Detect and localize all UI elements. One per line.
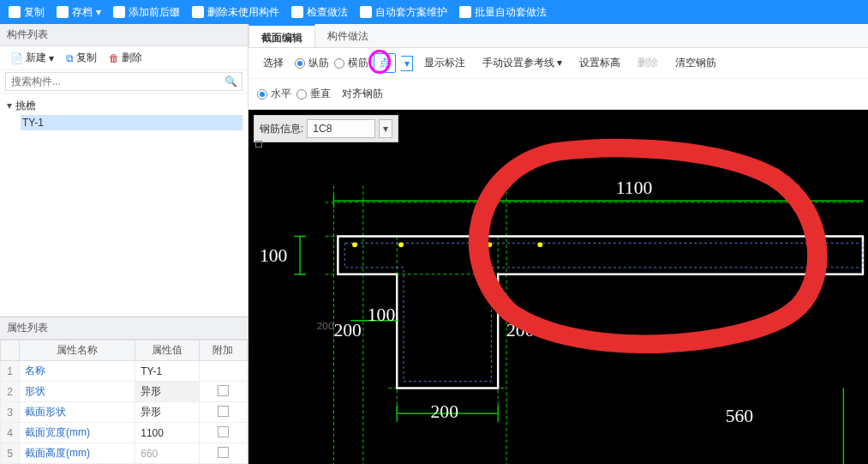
table-row[interactable]: 3 截面形状 异形	[1, 402, 248, 423]
row-check[interactable]	[199, 423, 247, 443]
checkbox[interactable]	[218, 385, 229, 396]
archive-icon: ▤	[57, 6, 69, 18]
radio-vert-rebar[interactable]: 纵筋	[295, 56, 329, 70]
checkbox[interactable]	[218, 426, 229, 437]
point-dropdown[interactable]: ▾	[401, 56, 413, 71]
row-name: 截面高度(mm)	[20, 443, 135, 464]
checkbox[interactable]	[218, 447, 229, 458]
property-list-header: 属性列表	[0, 317, 248, 340]
radio-vert-label: 纵筋	[308, 56, 329, 70]
ribbon-add-prefix-button[interactable]: aA添加前后缀	[108, 3, 185, 21]
row-value[interactable]: TY-1	[135, 361, 199, 382]
property-header-name: 属性名称	[20, 340, 135, 361]
row-name: 名称	[20, 361, 135, 382]
row-name: 截面宽度(mm)	[20, 423, 135, 443]
ribbon-toolbar: ⧉复制 ▤存档▾ aA添加前后缀 🗑删除未使用构件 ✔检查做法 ⚙自动套方案维护…	[0, 0, 868, 24]
checkbox[interactable]	[218, 406, 229, 417]
search-icon[interactable]: 🔍	[224, 75, 237, 87]
radio-icon	[334, 58, 344, 69]
row-num: 1	[1, 361, 20, 382]
search-row: 🔍	[0, 70, 248, 93]
copy-icon: ⧉	[66, 52, 74, 64]
ribbon-copy-button[interactable]: ⧉复制	[3, 3, 50, 21]
ribbon-archive-button[interactable]: ▤存档▾	[51, 3, 106, 21]
chevron-down-icon: ▾	[96, 6, 101, 18]
row-check[interactable]	[199, 382, 247, 402]
tree-child-label: TY-1	[22, 117, 44, 129]
check-icon: ✔	[291, 6, 303, 18]
right-tabs: 截面编辑 构件做法	[248, 24, 868, 48]
new-button[interactable]: 📄新建▾	[5, 49, 59, 67]
batch-icon: ▦	[459, 6, 471, 18]
section-canvas[interactable]: 钢筋信息: ▾	[248, 110, 868, 464]
radio-icon	[296, 89, 307, 99]
left-panel: 构件列表 📄新建▾ ⧉复制 🗑删除 🔍 挑檐 TY-1 属性列表 属性名称 属性…	[0, 24, 248, 464]
dim-200a: 200	[333, 320, 361, 340]
chevron-down-icon: ▾	[49, 52, 54, 64]
dim-200c: 200	[431, 401, 458, 422]
tree-child-ty1[interactable]: TY-1	[21, 115, 242, 130]
align-rebar-button[interactable]: 对齐钢筋	[336, 84, 389, 104]
dim-200-small: 200	[317, 320, 334, 332]
ribbon-delete-unused-button[interactable]: 🗑删除未使用构件	[187, 3, 284, 21]
radio-vertical[interactable]: 垂直	[296, 87, 331, 101]
row-num: 2	[1, 382, 20, 402]
tree-parent-tiaoyan[interactable]: 挑檐	[5, 97, 242, 115]
main-area: 构件列表 📄新建▾ ⧉复制 🗑删除 🔍 挑檐 TY-1 属性列表 属性名称 属性…	[0, 24, 868, 464]
component-tree: 挑檐 TY-1	[0, 93, 248, 316]
tab-method[interactable]: 构件做法	[315, 24, 380, 47]
clear-rebar-button[interactable]: 清空钢筋	[669, 53, 722, 73]
row-name: 截面形状	[20, 402, 135, 423]
copy-button[interactable]: ⧉复制	[61, 49, 102, 67]
row-value[interactable]: 660	[135, 443, 199, 464]
table-row[interactable]: 2 形状 异形	[1, 382, 248, 402]
radio-icon	[257, 89, 267, 99]
row-num: 5	[1, 443, 20, 464]
section-drawing: 1100 100 100 200 200 200 200 560	[248, 110, 868, 464]
property-header-row: 属性名称 属性值 附加	[1, 340, 248, 361]
property-header-value: 属性值	[135, 340, 199, 361]
svg-point-12	[537, 242, 542, 247]
ribbon-batch-method-label: 批量自动套做法	[475, 5, 547, 20]
row-value[interactable]: 1100	[135, 423, 199, 443]
ribbon-archive-label: 存档	[72, 5, 93, 20]
copy-label: 复制	[76, 51, 97, 65]
property-header-index	[1, 340, 20, 361]
row-check	[199, 361, 247, 382]
row-value[interactable]: 异形	[135, 382, 199, 402]
manual-ref-label: 手动设置参考线	[482, 57, 554, 69]
chevron-down-icon: ▾	[557, 57, 562, 69]
radio-horizontal[interactable]: 水平	[257, 87, 291, 101]
row-num: 3	[1, 402, 20, 423]
search-input[interactable]	[5, 72, 242, 91]
delete-rebar-button: 删除	[632, 53, 664, 73]
option-row-1: 选择 纵筋 横筋 点▾ 显示标注 手动设置参考线 ▾ 设置标高 删除 清空钢筋	[248, 48, 868, 79]
delete-button[interactable]: 🗑删除	[104, 49, 147, 67]
gear-icon: ⚙	[360, 6, 372, 18]
table-row[interactable]: 5 截面高度(mm) 660	[1, 443, 248, 464]
row-check[interactable]	[199, 443, 247, 464]
svg-point-9	[352, 242, 357, 247]
radio-horiz-rebar[interactable]: 横筋	[334, 56, 368, 70]
ribbon-batch-method-button[interactable]: ▦批量自动套做法	[454, 3, 552, 21]
tab-section-edit[interactable]: 截面编辑	[248, 24, 315, 47]
ribbon-check-method-button[interactable]: ✔检查做法	[286, 3, 353, 21]
dim-1100: 1100	[616, 178, 652, 198]
component-list-toolbar: 📄新建▾ ⧉复制 🗑删除	[0, 46, 248, 70]
radio-icon	[295, 58, 305, 69]
set-elev-button[interactable]: 设置标高	[573, 53, 626, 73]
svg-point-10	[398, 242, 404, 247]
row-value[interactable]: 异形	[135, 402, 199, 423]
copy-icon: ⧉	[9, 6, 21, 18]
table-row[interactable]: 4 截面宽度(mm) 1100	[1, 423, 248, 443]
manual-ref-button[interactable]: 手动设置参考线 ▾	[476, 53, 568, 73]
table-row[interactable]: 1 名称 TY-1	[1, 361, 248, 382]
ribbon-auto-scheme-button[interactable]: ⚙自动套方案维护	[355, 3, 452, 21]
prefix-icon: aA	[113, 6, 125, 18]
row-check[interactable]	[199, 402, 247, 423]
show-label-button[interactable]: 显示标注	[418, 53, 471, 73]
ribbon-check-method-label: 检查做法	[307, 5, 348, 20]
new-icon: 📄	[10, 52, 23, 64]
dim-100b: 100	[368, 304, 395, 325]
property-panel: 属性列表 属性名称 属性值 附加 1 名称 TY-1 2 形状 异形	[0, 316, 248, 464]
